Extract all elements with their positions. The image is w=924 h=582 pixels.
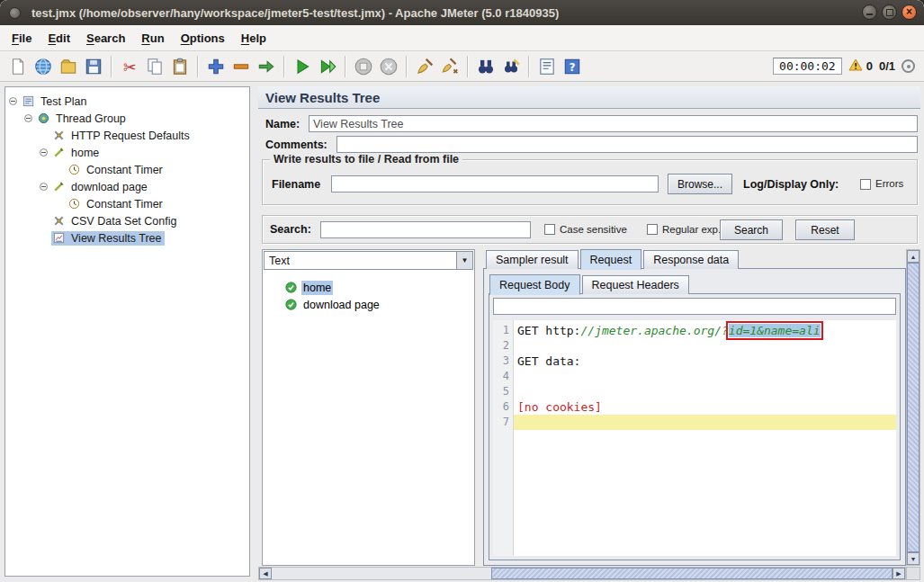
renderer-select[interactable]: Text ▼ bbox=[264, 251, 473, 270]
log-errors-indicator[interactable]: ! 0 bbox=[848, 58, 873, 75]
clear-all-icon[interactable] bbox=[437, 54, 462, 78]
horizontal-scrollbar[interactable]: ◀ ▶ bbox=[258, 567, 906, 580]
errors-checkbox-label[interactable]: Errors bbox=[875, 178, 903, 189]
menu-options[interactable]: Options bbox=[173, 28, 233, 49]
scroll-down-button[interactable]: ▼ bbox=[907, 552, 920, 565]
minimize-button[interactable] bbox=[862, 4, 877, 20]
expand-toggle-icon[interactable] bbox=[40, 148, 48, 157]
case-sensitive-checkbox[interactable] bbox=[544, 224, 555, 235]
tree-node-test-plan[interactable]: Test Plan bbox=[5, 93, 249, 110]
filename-input[interactable] bbox=[331, 175, 659, 193]
close-button[interactable] bbox=[902, 4, 917, 20]
vertical-scrollbar-thumb[interactable] bbox=[907, 263, 920, 552]
code-segment: //jmeter.apache.org/? bbox=[580, 324, 728, 337]
tree-node-csv-data-set-config[interactable]: CSV Data Set Config bbox=[5, 212, 249, 229]
thread-count: 0/1 bbox=[879, 59, 895, 73]
search-icon[interactable] bbox=[473, 54, 498, 78]
tab-request-body[interactable]: Request Body bbox=[489, 274, 580, 295]
tab-response-data[interactable]: Response data bbox=[643, 250, 739, 269]
result-item-home[interactable]: home bbox=[265, 279, 472, 296]
filename-label: Filename bbox=[272, 178, 320, 191]
tab-request-headers[interactable]: Request Headers bbox=[582, 275, 689, 294]
regular-exp-checkbox[interactable] bbox=[647, 224, 658, 235]
search-label: Search: bbox=[270, 223, 311, 236]
tree-node-thread-group[interactable]: Thread Group bbox=[5, 110, 249, 127]
jmeter-window: test.jmx (/home/observer/hany/workspace/… bbox=[0, 0, 924, 582]
tree-node-download-page[interactable]: download page bbox=[5, 178, 249, 195]
code-segment: GET data: bbox=[517, 354, 580, 368]
expand-toggle-icon[interactable] bbox=[40, 183, 48, 191]
request-body-editor[interactable]: 1234567 GET http://jmeter.apache.org/?id… bbox=[493, 320, 896, 556]
scroll-left-button[interactable]: ◀ bbox=[259, 568, 272, 579]
copy-icon[interactable] bbox=[142, 54, 167, 78]
menu-file[interactable]: File bbox=[4, 28, 40, 49]
new-file-icon[interactable] bbox=[5, 54, 31, 78]
scroll-up-button[interactable]: ▲ bbox=[907, 250, 920, 263]
maximize-button[interactable] bbox=[882, 4, 897, 20]
expand-toggle-icon[interactable] bbox=[24, 114, 32, 122]
menu-edit[interactable]: Edit bbox=[40, 28, 78, 49]
scroll-right-button[interactable]: ▶ bbox=[893, 568, 905, 579]
errors-checkbox[interactable] bbox=[860, 179, 871, 190]
tree-node-view-results-tree[interactable]: View Results Tree bbox=[5, 229, 249, 246]
editor-line bbox=[514, 338, 896, 354]
config-icon bbox=[52, 214, 66, 228]
editor-line: GET http://jmeter.apache.org/?id=1&name=… bbox=[514, 323, 896, 338]
tab-sampler-result[interactable]: Sampler result bbox=[486, 250, 579, 269]
remove-element-icon[interactable] bbox=[229, 54, 254, 78]
tree-node-home[interactable]: home bbox=[5, 144, 249, 161]
timer-icon bbox=[67, 197, 81, 210]
expand-toggle-icon[interactable] bbox=[9, 97, 17, 105]
help-icon[interactable]: ? bbox=[560, 54, 585, 78]
menu-search[interactable]: Search bbox=[78, 28, 133, 49]
scrollbar-corner bbox=[906, 567, 920, 580]
line-number: 4 bbox=[493, 369, 513, 384]
cut-icon[interactable]: ✂ bbox=[117, 54, 142, 78]
start-no-pauses-icon[interactable] bbox=[315, 54, 340, 78]
line-number: 3 bbox=[493, 354, 513, 369]
stop-icon[interactable] bbox=[351, 54, 376, 78]
write-results-section: Write results to file / Read from file F… bbox=[262, 159, 918, 205]
window-menu-icon[interactable] bbox=[9, 7, 21, 19]
menu-bar: FileEditSearchRunOptionsHelp bbox=[0, 25, 924, 51]
tab-request[interactable]: Request bbox=[580, 249, 642, 270]
timer-icon bbox=[67, 163, 81, 176]
add-element-icon[interactable] bbox=[203, 54, 229, 78]
name-input[interactable] bbox=[309, 115, 918, 132]
browse-button[interactable]: Browse... bbox=[668, 174, 732, 194]
shutdown-icon[interactable] bbox=[376, 54, 401, 78]
svg-text:!: ! bbox=[854, 61, 857, 70]
toggle-element-icon[interactable] bbox=[254, 54, 279, 78]
clear-icon[interactable] bbox=[412, 54, 437, 78]
menu-run[interactable]: Run bbox=[133, 28, 172, 49]
result-item-download-page[interactable]: download page bbox=[265, 296, 472, 313]
request-search-input[interactable] bbox=[493, 298, 896, 315]
open-file-icon[interactable] bbox=[31, 54, 56, 78]
function-helper-icon[interactable] bbox=[534, 54, 560, 78]
tree-node-constant-timer[interactable]: Constant Timer bbox=[5, 161, 249, 178]
line-number: 5 bbox=[493, 384, 513, 399]
request-body-panel: 1234567 GET http://jmeter.apache.org/?id… bbox=[489, 293, 901, 560]
start-icon[interactable] bbox=[290, 54, 315, 78]
horizontal-scrollbar-thumb[interactable] bbox=[491, 568, 893, 579]
search-button[interactable]: Search bbox=[720, 219, 783, 240]
case-sensitive-label[interactable]: Case sensitive bbox=[560, 224, 627, 235]
reset-button[interactable]: Reset bbox=[795, 219, 855, 240]
tree-node-constant-timer[interactable]: Constant Timer bbox=[5, 195, 249, 212]
regular-exp-label[interactable]: Regular exp. bbox=[662, 224, 721, 235]
paste-icon[interactable] bbox=[167, 54, 193, 78]
save-icon[interactable] bbox=[81, 54, 106, 78]
vertical-scrollbar[interactable]: ▲ ▼ bbox=[906, 249, 920, 566]
search-reset-icon[interactable] bbox=[498, 54, 524, 78]
results-icon bbox=[52, 231, 66, 245]
test-plan-tree[interactable]: Test PlanThread GroupHTTP Request Defaul… bbox=[4, 86, 250, 577]
chevron-down-icon[interactable]: ▼ bbox=[456, 252, 472, 269]
menu-help[interactable]: Help bbox=[233, 28, 274, 49]
search-input[interactable] bbox=[320, 221, 531, 238]
templates-icon[interactable] bbox=[56, 54, 81, 78]
warning-icon: ! bbox=[848, 58, 863, 75]
line-number: 2 bbox=[493, 338, 513, 354]
tree-node-http-request-defaults[interactable]: HTTP Request Defaults bbox=[5, 127, 249, 144]
title-bar[interactable]: test.jmx (/home/observer/hany/workspace/… bbox=[0, 0, 924, 25]
comments-input[interactable] bbox=[336, 136, 918, 153]
